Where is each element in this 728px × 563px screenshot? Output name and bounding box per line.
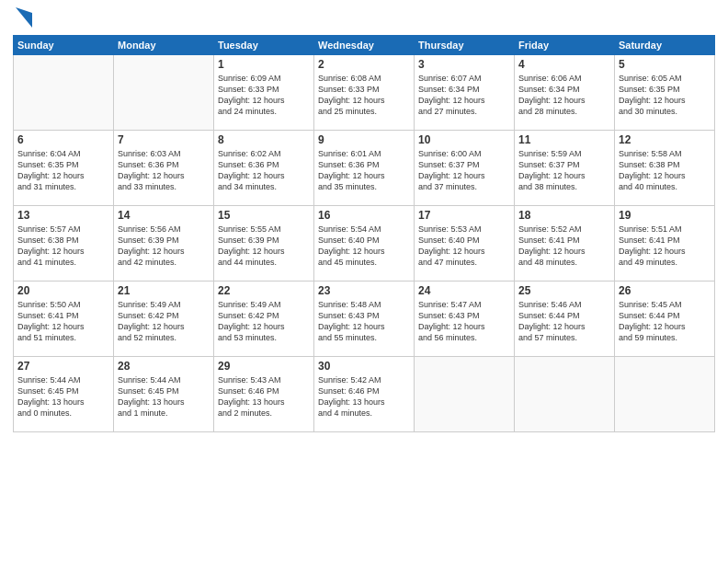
calendar-cell: 22Sunrise: 5:49 AM Sunset: 6:42 PM Dayli…	[214, 282, 314, 357]
day-number: 24	[418, 284, 510, 297]
calendar-week-5: 27Sunrise: 5:44 AM Sunset: 6:45 PM Dayli…	[14, 357, 715, 432]
day-info: Sunrise: 6:04 AM Sunset: 6:35 PM Dayligh…	[17, 148, 109, 193]
day-number: 14	[118, 209, 210, 222]
day-info: Sunrise: 5:59 AM Sunset: 6:37 PM Dayligh…	[518, 148, 610, 193]
day-info: Sunrise: 5:56 AM Sunset: 6:39 PM Dayligh…	[118, 224, 210, 269]
calendar-cell: 9Sunrise: 6:01 AM Sunset: 6:36 PM Daylig…	[314, 131, 415, 206]
day-info: Sunrise: 5:43 AM Sunset: 6:46 PM Dayligh…	[218, 374, 310, 419]
day-number: 27	[17, 360, 109, 373]
day-number: 15	[218, 209, 310, 222]
day-number: 5	[619, 58, 711, 71]
day-number: 7	[118, 133, 210, 146]
day-info: Sunrise: 5:42 AM Sunset: 6:46 PM Dayligh…	[318, 374, 410, 419]
calendar-cell	[415, 357, 515, 432]
calendar-cell: 5Sunrise: 6:05 AM Sunset: 6:35 PM Daylig…	[615, 55, 715, 131]
calendar-cell: 8Sunrise: 6:02 AM Sunset: 6:36 PM Daylig…	[214, 131, 314, 206]
day-info: Sunrise: 5:58 AM Sunset: 6:38 PM Dayligh…	[619, 148, 711, 193]
day-info: Sunrise: 5:49 AM Sunset: 6:42 PM Dayligh…	[218, 299, 310, 344]
calendar-week-4: 20Sunrise: 5:50 AM Sunset: 6:41 PM Dayli…	[14, 282, 715, 357]
day-info: Sunrise: 5:57 AM Sunset: 6:38 PM Dayligh…	[17, 224, 109, 269]
day-info: Sunrise: 6:00 AM Sunset: 6:37 PM Dayligh…	[418, 148, 510, 193]
day-info: Sunrise: 5:51 AM Sunset: 6:41 PM Dayligh…	[619, 224, 711, 269]
calendar-cell	[14, 55, 114, 131]
calendar-week-1: 1Sunrise: 6:09 AM Sunset: 6:33 PM Daylig…	[14, 55, 715, 131]
calendar-cell: 12Sunrise: 5:58 AM Sunset: 6:38 PM Dayli…	[615, 131, 715, 206]
day-number: 22	[218, 284, 310, 297]
calendar-cell	[615, 357, 715, 432]
day-number: 4	[518, 58, 610, 71]
weekday-header-wednesday: Wednesday	[314, 36, 415, 55]
day-number: 19	[619, 209, 711, 222]
day-number: 8	[218, 133, 310, 146]
calendar-cell: 10Sunrise: 6:00 AM Sunset: 6:37 PM Dayli…	[415, 131, 515, 206]
calendar-week-2: 6Sunrise: 6:04 AM Sunset: 6:35 PM Daylig…	[14, 131, 715, 206]
day-number: 17	[418, 209, 510, 222]
logo-icon	[16, 7, 32, 28]
calendar-cell: 28Sunrise: 5:44 AM Sunset: 6:45 PM Dayli…	[114, 357, 214, 432]
day-number: 21	[118, 284, 210, 297]
calendar-cell: 3Sunrise: 6:07 AM Sunset: 6:34 PM Daylig…	[415, 55, 515, 131]
weekday-header-monday: Monday	[114, 36, 214, 55]
weekday-header-sunday: Sunday	[14, 36, 114, 55]
day-info: Sunrise: 5:44 AM Sunset: 6:45 PM Dayligh…	[118, 374, 210, 419]
calendar-cell: 13Sunrise: 5:57 AM Sunset: 6:38 PM Dayli…	[14, 206, 114, 282]
calendar-cell: 14Sunrise: 5:56 AM Sunset: 6:39 PM Dayli…	[114, 206, 214, 282]
calendar-cell: 19Sunrise: 5:51 AM Sunset: 6:41 PM Dayli…	[615, 206, 715, 282]
day-number: 13	[17, 209, 109, 222]
day-info: Sunrise: 5:53 AM Sunset: 6:40 PM Dayligh…	[418, 224, 510, 269]
day-number: 2	[318, 58, 410, 71]
calendar-cell: 16Sunrise: 5:54 AM Sunset: 6:40 PM Dayli…	[314, 206, 415, 282]
day-number: 30	[318, 360, 410, 373]
day-number: 23	[318, 284, 410, 297]
day-info: Sunrise: 5:54 AM Sunset: 6:40 PM Dayligh…	[318, 224, 410, 269]
calendar-cell: 7Sunrise: 6:03 AM Sunset: 6:36 PM Daylig…	[114, 131, 214, 206]
calendar-cell: 23Sunrise: 5:48 AM Sunset: 6:43 PM Dayli…	[314, 282, 415, 357]
calendar-table: SundayMondayTuesdayWednesdayThursdayFrid…	[13, 35, 715, 432]
weekday-header-friday: Friday	[515, 36, 615, 55]
logo	[13, 9, 32, 28]
calendar-cell: 20Sunrise: 5:50 AM Sunset: 6:41 PM Dayli…	[14, 282, 114, 357]
day-number: 25	[518, 284, 610, 297]
day-number: 1	[218, 58, 310, 71]
day-number: 12	[619, 133, 711, 146]
day-info: Sunrise: 5:44 AM Sunset: 6:45 PM Dayligh…	[17, 374, 109, 419]
day-info: Sunrise: 6:05 AM Sunset: 6:35 PM Dayligh…	[619, 73, 711, 118]
day-info: Sunrise: 6:02 AM Sunset: 6:36 PM Dayligh…	[218, 148, 310, 193]
calendar-week-3: 13Sunrise: 5:57 AM Sunset: 6:38 PM Dayli…	[14, 206, 715, 282]
day-number: 29	[218, 360, 310, 373]
header	[13, 9, 715, 28]
calendar-cell: 15Sunrise: 5:55 AM Sunset: 6:39 PM Dayli…	[214, 206, 314, 282]
day-info: Sunrise: 5:50 AM Sunset: 6:41 PM Dayligh…	[17, 299, 109, 344]
calendar-cell: 27Sunrise: 5:44 AM Sunset: 6:45 PM Dayli…	[14, 357, 114, 432]
calendar-cell: 17Sunrise: 5:53 AM Sunset: 6:40 PM Dayli…	[415, 206, 515, 282]
page: SundayMondayTuesdayWednesdayThursdayFrid…	[0, 0, 728, 563]
day-number: 9	[318, 133, 410, 146]
weekday-header-tuesday: Tuesday	[214, 36, 314, 55]
day-number: 6	[17, 133, 109, 146]
calendar-cell	[515, 357, 615, 432]
calendar-cell: 24Sunrise: 5:47 AM Sunset: 6:43 PM Dayli…	[415, 282, 515, 357]
day-info: Sunrise: 5:55 AM Sunset: 6:39 PM Dayligh…	[218, 224, 310, 269]
day-number: 20	[17, 284, 109, 297]
calendar-cell: 30Sunrise: 5:42 AM Sunset: 6:46 PM Dayli…	[314, 357, 415, 432]
day-info: Sunrise: 5:48 AM Sunset: 6:43 PM Dayligh…	[318, 299, 410, 344]
day-number: 16	[318, 209, 410, 222]
calendar-cell: 1Sunrise: 6:09 AM Sunset: 6:33 PM Daylig…	[214, 55, 314, 131]
calendar-cell: 2Sunrise: 6:08 AM Sunset: 6:33 PM Daylig…	[314, 55, 415, 131]
calendar-cell: 21Sunrise: 5:49 AM Sunset: 6:42 PM Dayli…	[114, 282, 214, 357]
calendar-cell: 18Sunrise: 5:52 AM Sunset: 6:41 PM Dayli…	[515, 206, 615, 282]
svg-marker-0	[16, 7, 32, 28]
weekday-header-row: SundayMondayTuesdayWednesdayThursdayFrid…	[14, 36, 715, 55]
day-info: Sunrise: 6:01 AM Sunset: 6:36 PM Dayligh…	[318, 148, 410, 193]
calendar-cell: 4Sunrise: 6:06 AM Sunset: 6:34 PM Daylig…	[515, 55, 615, 131]
calendar-cell: 26Sunrise: 5:45 AM Sunset: 6:44 PM Dayli…	[615, 282, 715, 357]
day-info: Sunrise: 6:09 AM Sunset: 6:33 PM Dayligh…	[218, 73, 310, 118]
day-info: Sunrise: 6:06 AM Sunset: 6:34 PM Dayligh…	[518, 73, 610, 118]
day-number: 11	[518, 133, 610, 146]
day-info: Sunrise: 5:46 AM Sunset: 6:44 PM Dayligh…	[518, 299, 610, 344]
weekday-header-thursday: Thursday	[415, 36, 515, 55]
calendar-cell: 6Sunrise: 6:04 AM Sunset: 6:35 PM Daylig…	[14, 131, 114, 206]
day-info: Sunrise: 5:49 AM Sunset: 6:42 PM Dayligh…	[118, 299, 210, 344]
calendar-cell: 25Sunrise: 5:46 AM Sunset: 6:44 PM Dayli…	[515, 282, 615, 357]
day-info: Sunrise: 6:08 AM Sunset: 6:33 PM Dayligh…	[318, 73, 410, 118]
